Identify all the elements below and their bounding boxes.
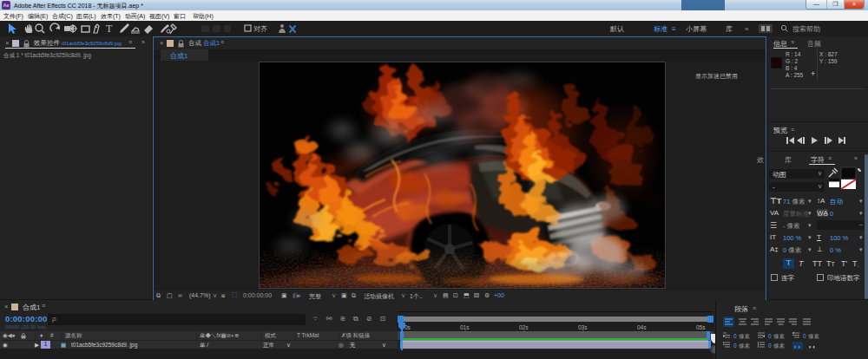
- svg-text:◗◖: ◗◖: [793, 343, 800, 349]
- svg-text:04s: 04s: [637, 324, 647, 330]
- svg-text:05s: 05s: [696, 324, 706, 330]
- svg-text:02s: 02s: [519, 324, 529, 330]
- svg-text:0: 0: [768, 343, 772, 349]
- svg-text:0: 0: [733, 343, 737, 349]
- svg-text:01s: 01s: [460, 324, 470, 330]
- svg-text:像素: 像素: [739, 333, 751, 339]
- svg-text:T: T: [106, 23, 113, 35]
- svg-text:0s: 0s: [404, 324, 411, 330]
- svg-text:像素: 像素: [739, 343, 751, 349]
- svg-text:库: 库: [726, 25, 733, 33]
- svg-text:像素: 像素: [808, 333, 820, 339]
- svg-text:»: »: [745, 25, 749, 33]
- svg-text:默认: 默认: [609, 25, 624, 33]
- svg-text:0: 0: [803, 333, 806, 339]
- svg-text:0: 0: [768, 333, 772, 339]
- svg-text:搜索帮助: 搜索帮助: [792, 25, 820, 33]
- svg-text:0: 0: [733, 333, 737, 339]
- svg-text:≡: ≡: [672, 25, 676, 33]
- svg-text:03s: 03s: [578, 324, 588, 330]
- svg-text:像素: 像素: [773, 333, 786, 339]
- svg-text:小屏幕: 小屏幕: [686, 25, 707, 33]
- svg-text:对齐: 对齐: [253, 25, 267, 33]
- svg-text:◗◖: ◗◖: [808, 343, 815, 349]
- svg-text:像素: 像素: [773, 343, 786, 349]
- svg-text:标准: 标准: [654, 25, 667, 33]
